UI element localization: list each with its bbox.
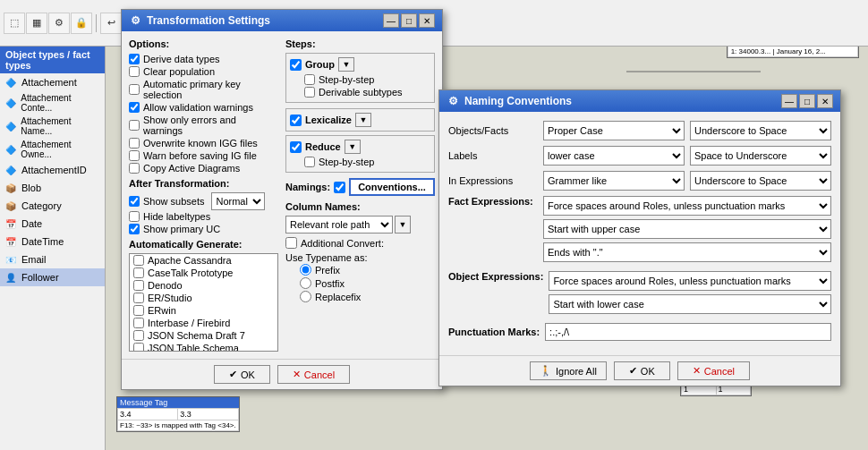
jsonschema-check[interactable]	[133, 330, 144, 341]
option-derive-check[interactable]	[129, 54, 140, 64]
postfix-radio[interactable]	[300, 277, 311, 289]
option-overwrite-check[interactable]	[129, 138, 140, 149]
sidebar-item-email[interactable]: 📧 Email	[0, 250, 105, 268]
datetime-icon: 📅	[4, 234, 18, 249]
denodo-check[interactable]	[133, 280, 144, 291]
listbox-item-jsonschema[interactable]: JSON Schema Draft 7	[130, 329, 277, 342]
transformation-maximize-btn[interactable]: □	[401, 13, 417, 28]
transformation-minimize-btn[interactable]: —	[383, 13, 399, 28]
in-expressions-dropdown2[interactable]: Underscore to Space Space to Underscore	[690, 171, 831, 191]
additional-convert-check[interactable]	[285, 237, 297, 249]
listbox-item-erwin[interactable]: ERwin	[130, 304, 277, 317]
attachement-conte-icon: 🔷	[4, 96, 17, 110]
follower-icon: 👤	[4, 270, 18, 284]
sidebar-item-attachement[interactable]: 🔷 Attachement	[0, 73, 105, 91]
transformation-cancel-btn[interactable]: ✕ Cancel	[277, 365, 350, 384]
reduce-check[interactable]	[290, 141, 302, 153]
punctuation-input[interactable]	[545, 323, 831, 341]
derivable-subtypes-check[interactable]	[304, 87, 315, 98]
naming-cancel-btn[interactable]: ✕ Cancel	[677, 361, 750, 380]
option-warn-check[interactable]	[129, 150, 140, 161]
naming-cancel-x-icon: ✕	[693, 365, 701, 377]
step-by-step-check[interactable]	[304, 74, 315, 85]
replacefix-radio[interactable]	[300, 291, 311, 302]
prefix-radio[interactable]	[300, 264, 311, 276]
toolbar-btn-1[interactable]: ⬚	[4, 13, 25, 34]
cassandra-check[interactable]	[133, 255, 144, 266]
reduce-step-check[interactable]	[304, 157, 315, 167]
listbox-item-erstudio[interactable]: ER/Studio	[130, 292, 277, 304]
reduce-expand-btn[interactable]: ▼	[345, 140, 361, 154]
naming-minimize-btn[interactable]: —	[781, 94, 797, 108]
group-expand-btn[interactable]: ▼	[338, 57, 354, 72]
listbox-item-denodo[interactable]: Denodo	[130, 279, 277, 292]
erstudio-check[interactable]	[133, 293, 144, 303]
toolbar-btn-4[interactable]: 🔒	[71, 13, 92, 34]
fact-exp-dropdown2[interactable]: Start with upper case	[543, 219, 831, 239]
fact-expressions-section: Fact Expressions: Force spaces around Ro…	[448, 196, 831, 266]
group-check[interactable]	[290, 59, 302, 71]
casetalk-check[interactable]	[133, 267, 144, 278]
sidebar-item-attachement-conte[interactable]: 🔷 Attachement Conte...	[0, 91, 105, 115]
conventions-button[interactable]: Conventions...	[349, 178, 435, 196]
option-copy-label: Copy Active Diagrams	[143, 163, 240, 174]
sidebar-item-attachement-name[interactable]: 🔷 Attachement Name...	[0, 115, 105, 138]
listbox-item-cassandra[interactable]: Apache Cassandra	[130, 254, 277, 267]
listbox-item-interbase[interactable]: Interbase / Firebird	[130, 317, 277, 329]
lexicalize-check[interactable]	[290, 115, 302, 126]
auto-gen-listbox[interactable]: Apache Cassandra CaseTalk Prototype Deno…	[129, 253, 278, 352]
erwin-check[interactable]	[133, 305, 144, 316]
transformation-close-btn[interactable]: ✕	[419, 13, 435, 28]
toolbar-btn-2[interactable]: ▦	[26, 13, 47, 34]
sidebar-item-date[interactable]: 📅 Date	[0, 215, 105, 233]
naming-ok-btn[interactable]: ✔ OK	[614, 361, 670, 380]
transformation-title-left: ⚙ Transformation Settings	[129, 14, 270, 27]
sidebar-item-follower[interactable]: 👤 Follower	[0, 268, 105, 286]
fact-exp-dropdown3[interactable]: Ends with "."	[543, 242, 831, 262]
option-copy-check[interactable]	[129, 163, 140, 174]
sidebar-item-datetime[interactable]: 📅 DateTime	[0, 233, 105, 250]
interbase-check[interactable]	[133, 318, 144, 328]
objects-facts-dropdown1[interactable]: Proper Case lower case UPPER CASE Start …	[543, 121, 685, 140]
labels-dropdown2[interactable]: Space to Underscore Underscore to Space …	[690, 146, 831, 166]
in-expressions-dropdown1[interactable]: Grammer like Proper Case	[543, 171, 685, 191]
column-names-expand-btn[interactable]: ▼	[395, 216, 411, 233]
naming-close-btn[interactable]: ✕	[817, 94, 833, 108]
obj-exp-dropdown2[interactable]: Start with lower case	[549, 294, 831, 314]
step-by-step-row: Step-by-step	[304, 73, 430, 86]
jsontable-check[interactable]	[133, 343, 144, 352]
option-allow-validation-check[interactable]	[129, 102, 140, 113]
hide-labeltypes-check[interactable]	[129, 211, 140, 222]
postfix-label: Postfix	[315, 278, 345, 289]
naming-maximize-btn[interactable]: □	[799, 94, 815, 108]
toolbar-btn-5[interactable]: ↩	[100, 13, 122, 34]
option-clear-check[interactable]	[129, 66, 140, 77]
transformation-titlebar[interactable]: ⚙ Transformation Settings — □ ✕	[122, 10, 442, 31]
normal-dropdown[interactable]: Normal	[211, 192, 265, 210]
option-show-errors: Show only errors and warnings	[129, 114, 278, 137]
option-show-errors-check[interactable]	[129, 120, 140, 131]
namings-check[interactable]	[334, 182, 345, 193]
fact-exp-dropdown1[interactable]: Force spaces around Roles, unless punctu…	[543, 196, 831, 216]
toolbar-btn-3[interactable]: ⚙	[48, 13, 70, 34]
listbox-item-jsontable[interactable]: JSON Table Schema	[130, 342, 277, 352]
listbox-item-casetalk[interactable]: CaseTalk Prototype	[130, 267, 277, 279]
labels-dropdown1[interactable]: lower case Proper Case UPPER CASE	[543, 146, 685, 166]
objects-facts-dropdown2[interactable]: Underscore to Space Space to Underscore …	[690, 121, 831, 140]
sidebar-item-attachementid[interactable]: 🔷 AttachementID	[0, 161, 105, 179]
option-overwrite: Overwrite known IGG files	[129, 137, 278, 149]
lexicalize-expand-btn[interactable]: ▼	[355, 113, 371, 127]
sidebar-item-category[interactable]: 📦 Category	[0, 197, 105, 215]
column-names-dropdown[interactable]: Relevant role path	[285, 216, 393, 233]
sidebar-item-attachement-owne[interactable]: 🔷 Attachement Owne...	[0, 138, 105, 161]
show-subsets-check[interactable]	[129, 196, 140, 207]
additional-convert-label-row: Additional Convert:	[285, 237, 435, 249]
sidebar-item-blob[interactable]: 📦 Blob	[0, 179, 105, 197]
naming-titlebar[interactable]: ⚙ Naming Conventions — □ ✕	[439, 90, 840, 112]
show-primary-uc-check[interactable]	[129, 224, 140, 234]
transformation-ok-btn[interactable]: ✔ OK	[214, 365, 270, 384]
option-copy: Copy Active Diagrams	[129, 162, 278, 174]
ignore-all-btn[interactable]: 🚶 Ignore All	[530, 361, 607, 380]
option-auto-primary-check[interactable]	[129, 84, 140, 95]
obj-exp-dropdown1[interactable]: Force spaces around Roles, unless punctu…	[549, 271, 831, 291]
